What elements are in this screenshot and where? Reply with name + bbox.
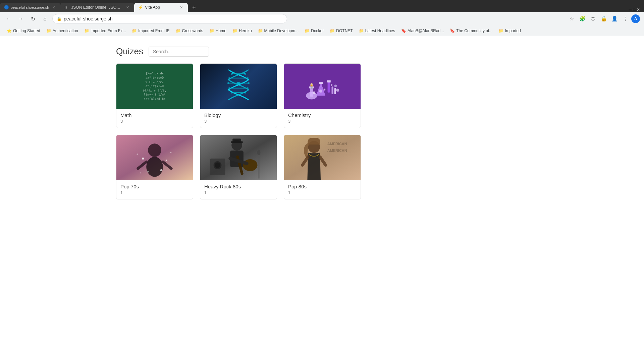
page-title: Quizes	[116, 46, 143, 57]
quiz-card-chemistry[interactable]: Chemistry 3	[284, 63, 361, 128]
tab-2-title: JSON Editor Online: JSON edi...	[71, 5, 123, 10]
svg-point-9	[244, 73, 246, 75]
search-input[interactable]	[149, 47, 209, 57]
svg-point-8	[231, 73, 233, 75]
pop80s-card-count: 1	[288, 190, 357, 195]
svg-rect-52	[232, 139, 241, 143]
bookmark-home[interactable]: 📁 Home	[207, 27, 229, 34]
rock80s-image	[200, 135, 277, 180]
bookmark-imported-fir-label: Imported From Fir...	[91, 28, 126, 33]
home-button[interactable]: ⌂	[40, 14, 50, 23]
math-image: ∫∑π√ dx dy ax²+bx+c=0 ∇·E = ρ/ε₀ e^(iπ)+…	[116, 64, 193, 109]
tab-3-close[interactable]: ✕	[178, 5, 184, 10]
pop70s-card-info: Pop 70s 1	[116, 180, 193, 199]
bookmark-imported-from-fir[interactable]: 📁 Imported From Fir...	[82, 27, 128, 34]
back-button[interactable]: ←	[4, 14, 13, 23]
bookmark-imported-ie-label: Imported From IE	[138, 28, 169, 33]
bookmark-mobile-dev[interactable]: 📁 Mobile Developm...	[255, 27, 302, 34]
svg-rect-24	[328, 82, 330, 93]
svg-point-39	[146, 157, 163, 177]
svg-rect-19	[310, 88, 313, 97]
svg-point-45	[160, 169, 162, 171]
menu-icon[interactable]: ⋮	[621, 14, 630, 23]
bookmark-dotnet[interactable]: 📁 DOTNET	[327, 27, 355, 34]
nav-icons-right: ☆ 🧩 🛡 🔒 👤 ⋮ A	[567, 14, 640, 23]
quiz-card-biology[interactable]: Biology 3	[200, 63, 277, 128]
svg-point-11	[247, 77, 249, 79]
bookmark-latest-headlines[interactable]: 📁 Latest Headlines	[356, 27, 398, 34]
svg-rect-36	[311, 86, 313, 89]
tab-2[interactable]: {} JSON Editor Online: JSON edi... ✕	[60, 3, 134, 12]
tab-3[interactable]: ⚡ Vite App ✕	[134, 3, 188, 12]
bookmark-star-icon[interactable]: ☆	[567, 14, 576, 23]
tab-1-title: peaceful-shoe.surge.sh	[11, 5, 49, 9]
svg-point-7	[237, 82, 240, 84]
bookmark-mobile-label: Mobile Developm...	[264, 28, 299, 33]
svg-point-61	[257, 150, 261, 155]
quiz-card-math[interactable]: ∫∑π√ dx dy ax²+bx+c=0 ∇·E = ρ/ε₀ e^(iπ)+…	[116, 63, 193, 128]
reload-button[interactable]: ↻	[28, 14, 38, 23]
new-tab-button[interactable]: +	[189, 3, 199, 12]
quiz-card-pop70s[interactable]: ✦ ✦ ✦ Pop 70s 1	[116, 135, 193, 199]
svg-rect-27	[334, 88, 336, 94]
bookmark-imported[interactable]: 📁 Imported	[496, 27, 523, 34]
tab-1[interactable]: 🔵 peaceful-shoe.surge.sh ✕	[0, 3, 60, 12]
shield-icon[interactable]: 🛡	[588, 14, 598, 23]
quizes-header: Quizes	[0, 43, 644, 63]
tab-3-favicon: ⚡	[138, 5, 143, 10]
page-content: Quizes ∫∑π√ dx dy ax²+bx+c=0 ∇·E = ρ/ε₀ …	[0, 36, 644, 351]
svg-point-38	[148, 143, 161, 157]
svg-point-17	[244, 92, 246, 94]
tab-bar: 🔵 peaceful-shoe.surge.sh ✕ {} JSON Edito…	[0, 0, 644, 12]
svg-point-32	[334, 84, 337, 87]
quiz-card-rock80s[interactable]: Heavy Rock 80s 1	[200, 135, 277, 199]
user-avatar[interactable]: A	[631, 14, 640, 23]
alanb-icon: 🔖	[401, 28, 406, 33]
quiz-grid: ∫∑π√ dx dy ax²+bx+c=0 ∇·E = ρ/ε₀ e^(iπ)+…	[0, 63, 644, 199]
folder-icon-impfir: 📁	[84, 28, 89, 33]
tab-2-close[interactable]: ✕	[125, 5, 130, 10]
getting-started-icon: ⭐	[7, 28, 12, 33]
svg-point-14	[228, 87, 230, 89]
folder-icon-heroku: 📁	[232, 28, 237, 33]
quiz-card-pop80s[interactable]: AMERICAN AMERICAN Pop 80s	[284, 135, 361, 199]
svg-rect-25	[327, 80, 331, 82]
svg-point-31	[331, 84, 333, 86]
extensions-icon[interactable]: 🧩	[578, 14, 587, 23]
folder-icon-crosswords: 📁	[176, 28, 181, 33]
folder-icon-dotnet: 📁	[330, 28, 335, 33]
bookmark-heroku[interactable]: 📁 Heroku	[230, 27, 255, 34]
svg-rect-23	[319, 82, 323, 84]
bookmarks-bar: ⭐ Getting Started 📁 Authentication 📁 Imp…	[0, 25, 644, 36]
tab-1-favicon: 🔵	[4, 5, 9, 10]
chemistry-card-count: 3	[288, 119, 357, 124]
bookmark-imported-from-ie[interactable]: 📁 Imported From IE	[129, 27, 172, 34]
chemistry-card-info: Chemistry 3	[284, 109, 361, 128]
svg-point-13	[248, 82, 250, 84]
svg-point-15	[247, 87, 249, 89]
pop80s-image: AMERICAN AMERICAN	[284, 135, 361, 180]
svg-rect-60	[258, 152, 259, 178]
minimize-button[interactable]: ─	[629, 7, 632, 12]
address-text: peaceful-shoe.surge.sh	[64, 16, 283, 21]
svg-text:✦: ✦	[170, 151, 172, 154]
svg-text:✦: ✦	[140, 172, 141, 174]
bookmark-docker[interactable]: 📁 Docker	[302, 27, 326, 34]
address-bar[interactable]: 🔒 peaceful-shoe.surge.sh	[52, 14, 287, 23]
lock-icon: 🔒	[57, 16, 62, 21]
tab-1-close[interactable]: ✕	[51, 5, 56, 10]
bookmark-getting-started[interactable]: ⭐ Getting Started	[4, 27, 43, 34]
maximize-button[interactable]: □	[633, 7, 635, 12]
bookmark-authentication[interactable]: 📁 Authentication	[44, 27, 81, 34]
folder-icon-imported: 📁	[498, 28, 503, 33]
profile-icon[interactable]: 👤	[610, 14, 619, 23]
bookmark-alanb[interactable]: 🔖 AlanB@AlanBRad...	[398, 27, 446, 34]
forward-button[interactable]: →	[16, 14, 25, 23]
biology-card-count: 3	[204, 119, 273, 124]
bookmark-crosswords[interactable]: 📁 Crosswords	[173, 27, 206, 34]
bookmark-community[interactable]: 🔖 The Community of...	[447, 27, 495, 34]
close-button[interactable]: ✕	[637, 7, 640, 12]
bookmark-dotnet-label: DOTNET	[336, 28, 353, 33]
svg-point-12	[227, 82, 229, 84]
lock-icon-2[interactable]: 🔒	[599, 14, 608, 23]
